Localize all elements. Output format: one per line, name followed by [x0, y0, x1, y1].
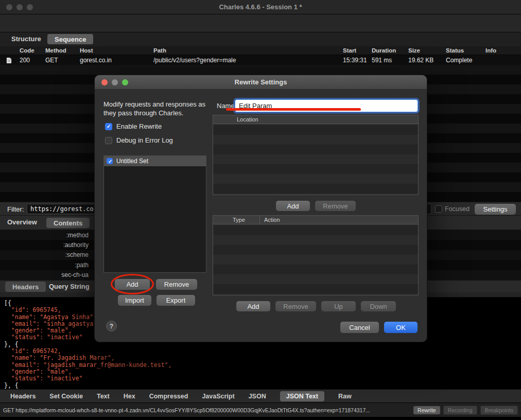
window-title: Charles 4.6.6 - Session 1 * — [219, 3, 302, 11]
export-button[interactable]: Export — [157, 295, 195, 306]
column-header-host[interactable]: Host — [80, 47, 93, 54]
tab-json[interactable]: JSON — [249, 393, 266, 400]
status-recording-button[interactable]: Recording — [443, 406, 477, 415]
settings-button[interactable]: Settings — [475, 204, 516, 215]
column-header-path[interactable]: Path — [153, 47, 166, 54]
import-button[interactable]: Import — [118, 295, 151, 306]
minimize-window-icon[interactable] — [16, 4, 23, 10]
ok-button[interactable]: OK — [384, 322, 418, 333]
dialog-traffic-lights[interactable] — [101, 79, 128, 85]
tab-sequence[interactable]: Sequence — [47, 34, 93, 44]
rules-panel[interactable]: Type Action — [213, 215, 419, 295]
close-window-icon[interactable] — [6, 4, 12, 10]
dialog-description: Modify requests and responses as they pa… — [103, 100, 217, 117]
tab-structure[interactable]: Structure — [11, 35, 41, 43]
cell-code: 200 — [20, 57, 30, 64]
type-column-header: Type — [213, 216, 260, 224]
remove-set-button[interactable]: Remove — [156, 279, 197, 290]
header-name: :path — [0, 260, 92, 270]
cell-method: GET — [45, 57, 58, 64]
cell-host: gorest.co.in — [80, 57, 112, 64]
tab-query-string[interactable]: Query String — [49, 283, 90, 290]
dialog-zoom-icon[interactable] — [122, 79, 128, 85]
dialog-titlebar[interactable]: Rewrite Settings — [95, 75, 427, 90]
filter-label: Filter: — [7, 205, 24, 213]
dialog-minimize-icon[interactable] — [112, 79, 118, 85]
window-traffic-lights[interactable] — [6, 4, 33, 10]
json-line: "name": "Fr. Jagadish Marar", — [4, 355, 521, 361]
name-label: Name: — [217, 102, 236, 110]
rules-panel-header: Type Action — [213, 216, 418, 224]
header-name: :method — [0, 230, 92, 240]
column-header-info[interactable]: Info — [485, 47, 496, 54]
rewrite-sets-list[interactable]: Untitled Set — [103, 155, 206, 273]
tab-javascript[interactable]: JavaScript — [202, 393, 234, 400]
enable-rewrite-checkbox[interactable] — [105, 123, 112, 130]
name-input[interactable] — [235, 99, 418, 112]
response-tab-bar: Headers Set Cookie Text Hex Compressed J… — [0, 389, 521, 402]
cell-duration: 591 ms — [372, 57, 392, 64]
column-header-start[interactable]: Start — [343, 47, 356, 54]
json-line: "gender": "male", — [4, 369, 521, 375]
rule-down-button[interactable]: Down — [361, 301, 396, 311]
status-request-url: GET https://mplatform-mcloud-whch-s8-te-… — [3, 407, 410, 413]
tab-compressed[interactable]: Compressed — [149, 393, 188, 400]
column-header-code[interactable]: Code — [20, 47, 34, 54]
location-panel[interactable]: Location — [213, 115, 419, 195]
main-toolbar — [0, 14, 521, 32]
window-titlebar: Charles 4.6.6 - Session 1 * — [0, 0, 521, 14]
tab-response-headers[interactable]: Headers — [10, 393, 36, 400]
focused-label: Focused — [445, 205, 470, 213]
debug-error-log-label: Debug in Error Log — [116, 136, 173, 144]
tab-hex[interactable]: Hex — [124, 393, 135, 400]
view-tab-bar: Structure Sequence — [0, 32, 521, 46]
list-item-untitled-set[interactable]: Untitled Set — [104, 156, 206, 166]
tab-set-cookie[interactable]: Set Cookie — [49, 393, 83, 400]
rule-add-button[interactable]: Add — [236, 301, 270, 311]
status-breakpoints-button[interactable]: Breakpoints — [480, 406, 518, 415]
session-table-header: Code Method Host Path Start Duration Siz… — [0, 46, 521, 55]
location-column-header: Location — [213, 116, 258, 122]
cell-status: Complete — [446, 57, 472, 64]
rewrite-settings-dialog: Rewrite Settings Modify requests and res… — [94, 75, 427, 342]
enable-rewrite-label: Enable Rewrite — [116, 122, 162, 130]
tab-request-headers[interactable]: Headers — [5, 282, 46, 292]
header-name: :authority — [0, 240, 92, 250]
header-name: sec-ch-ua — [0, 270, 92, 280]
set-enabled-checkbox[interactable] — [107, 158, 113, 164]
rule-remove-button[interactable]: Remove — [275, 301, 316, 311]
dialog-close-icon[interactable] — [101, 79, 108, 85]
location-remove-button[interactable]: Remove — [315, 201, 356, 211]
action-column-header: Action — [260, 217, 280, 223]
tab-raw[interactable]: Raw — [338, 393, 352, 400]
tab-text[interactable]: Text — [97, 393, 110, 400]
json-line: "email": "jagadish_marar_fr@mann-kunde.t… — [4, 362, 521, 369]
column-header-status[interactable]: Status — [446, 47, 464, 54]
table-row[interactable]: 200 GET gorest.co.in /public/v2/users?ge… — [0, 55, 521, 65]
json-line: }, { — [4, 382, 521, 389]
column-header-method[interactable]: Method — [45, 47, 66, 54]
tab-contents[interactable]: Contents — [46, 218, 90, 228]
location-add-button[interactable]: Add — [276, 201, 310, 211]
debug-error-log-checkbox[interactable] — [105, 137, 112, 144]
tab-overview[interactable]: Overview — [7, 218, 37, 226]
tab-json-text[interactable]: JSON Text — [280, 391, 324, 401]
rule-up-button[interactable]: Up — [321, 301, 356, 311]
zoom-window-icon[interactable] — [27, 4, 33, 10]
add-set-button[interactable]: Add — [115, 279, 150, 290]
cell-path: /public/v2/users?gender=male — [153, 57, 236, 64]
cell-start: 15:39:31 — [343, 57, 367, 64]
column-header-size[interactable]: Size — [408, 47, 420, 54]
help-button[interactable]: ? — [106, 321, 117, 331]
focused-checkbox[interactable] — [435, 205, 442, 213]
status-rewrite-button[interactable]: Rewrite — [413, 406, 440, 414]
cell-size: 19.62 KB — [408, 57, 433, 64]
location-panel-header: Location — [213, 115, 418, 124]
json-line: "status": "inactive" — [4, 375, 521, 382]
status-bar: GET https://mplatform-mcloud-whch-s8-te-… — [0, 402, 521, 417]
request-document-icon — [6, 57, 12, 63]
cancel-button[interactable]: Cancel — [340, 322, 379, 333]
dialog-title: Rewrite Settings — [235, 78, 287, 86]
column-header-duration[interactable]: Duration — [372, 47, 396, 54]
json-line: "id": 6965742, — [4, 348, 521, 355]
